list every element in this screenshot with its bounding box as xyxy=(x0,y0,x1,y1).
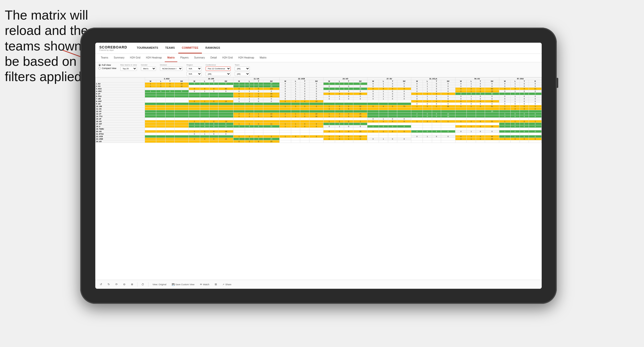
matrix-cell xyxy=(175,93,189,95)
undo-icon: ↺ xyxy=(100,283,102,286)
undo-btn[interactable]: ↺ xyxy=(98,282,104,287)
matrix-cell xyxy=(367,110,379,113)
matrix-cell: 40 xyxy=(485,93,499,95)
matrix-cell: 0 xyxy=(263,100,280,103)
matrix-cell xyxy=(209,108,218,110)
matrix-cell: 27 xyxy=(263,83,280,85)
matrix-cell: 0 xyxy=(476,83,485,85)
matrix-cell: 4 xyxy=(200,88,209,90)
subnav-summary[interactable]: Summary xyxy=(111,54,127,62)
matrix-cell: 0 xyxy=(165,90,175,93)
matrix-cell: 0 xyxy=(388,118,397,120)
matrix-content[interactable]: 3. ASU 10. UW 11. UA 22. UCB 24. UO 27. … xyxy=(95,77,542,280)
matrix-cell: 0 xyxy=(324,83,335,85)
region-select2[interactable]: N/A xyxy=(187,72,202,76)
matrix-cell xyxy=(455,110,467,113)
matrix-cell xyxy=(353,100,367,103)
region-select[interactable]: N/A xyxy=(187,67,202,71)
watch-btn[interactable]: 👁 Watch xyxy=(198,282,211,286)
max-teams-select[interactable]: Top 25 xyxy=(120,67,137,71)
matrix-cell xyxy=(367,123,379,125)
layout-btn[interactable]: ⊞ xyxy=(213,282,218,287)
matrix-cell xyxy=(200,103,209,105)
conference-select2[interactable]: (All) xyxy=(206,72,231,76)
team-select[interactable]: (All) xyxy=(235,67,250,71)
matrix-cell: 0 xyxy=(209,83,218,85)
share-btn[interactable]: ↗ Share xyxy=(221,282,233,286)
nav-tournaments[interactable]: TOURNAMENTS xyxy=(133,43,162,53)
matrix-cell: 1 xyxy=(324,135,335,138)
matrix-cell: 0 xyxy=(367,118,379,120)
matrix-cell: 0 xyxy=(335,123,344,125)
subnav-matrix[interactable]: Matrix xyxy=(165,54,177,62)
matrix-cell xyxy=(432,110,441,113)
nav-committee[interactable]: COMMITTEE xyxy=(178,43,202,53)
matrix-cell: 2 xyxy=(411,105,423,108)
matrix-cell xyxy=(156,115,166,118)
redo-btn[interactable]: ↻ xyxy=(106,282,111,287)
timer-btn[interactable]: ⏱ xyxy=(140,282,146,287)
col-header-ua: 11. UA xyxy=(233,78,279,80)
nav-teams[interactable]: TEAMS xyxy=(162,43,178,53)
subnav-matrix2[interactable]: Matrix xyxy=(257,54,269,62)
matrix-cell: 0 xyxy=(432,120,441,123)
matrix-cell: 1 xyxy=(499,138,511,140)
tablet-screen: SCOREBOARD Powered by clippd TOURNAMENTS… xyxy=(95,43,542,289)
matrix-cell xyxy=(218,108,233,110)
matrix-cell: 2 xyxy=(245,140,254,143)
matrix-cell xyxy=(165,110,175,113)
matrix-cell: 0 xyxy=(344,115,353,118)
matrix-cell xyxy=(499,118,511,120)
matrix-cell: 0 xyxy=(455,88,467,90)
subnav-h2h-heatmap2[interactable]: H2H Heatmap xyxy=(236,54,257,62)
refresh-icon: ⟳ xyxy=(115,283,118,286)
subnav-players[interactable]: Players xyxy=(178,54,191,62)
compact-view-radio[interactable]: Compact View xyxy=(98,67,116,70)
matrix-cell xyxy=(200,128,209,130)
matrix-cell: 0 xyxy=(388,95,397,98)
team-select2[interactable]: (All) xyxy=(235,72,250,76)
matrix-cell xyxy=(165,105,175,108)
matrix-cell xyxy=(175,125,189,128)
matrix-cell: 0 xyxy=(467,103,476,105)
subnav-h2h-grid2[interactable]: H2H Grid xyxy=(220,54,235,62)
zoom-in-btn[interactable]: ⊕ xyxy=(129,282,135,287)
gender-select[interactable]: Men's xyxy=(141,67,156,71)
matrix-cell xyxy=(218,93,233,95)
subnav-detail[interactable]: Detail xyxy=(208,54,219,62)
matrix-cell: 0 xyxy=(529,108,542,110)
matrix-cell: 1 xyxy=(280,115,291,118)
matrix-cell xyxy=(485,115,499,118)
matrix-cell xyxy=(156,118,166,120)
subnav-summary2[interactable]: Summary xyxy=(192,54,207,62)
matrix-cell xyxy=(324,110,335,113)
matrix-cell xyxy=(300,110,309,113)
refresh-btn[interactable]: ⟳ xyxy=(114,282,119,287)
matrix-cell xyxy=(397,140,411,143)
matrix-cell: 0 xyxy=(300,100,309,103)
radio-full-view xyxy=(98,64,101,66)
matrix-cell: 0 xyxy=(476,125,485,128)
subnav-teams[interactable]: Teams xyxy=(98,54,111,62)
matrix-cell xyxy=(156,138,166,140)
matrix-cell: 0 xyxy=(432,95,441,98)
matrix-cell: 0 xyxy=(209,138,218,140)
nav-rankings[interactable]: RANKINGS xyxy=(202,43,224,53)
matrix-cell xyxy=(200,118,209,120)
division-select[interactable]: NCAA Division I xyxy=(160,67,183,71)
view-original-btn[interactable]: View: Original xyxy=(151,282,168,286)
matrix-cell: 25 xyxy=(263,85,280,88)
matrix-cell: 0 xyxy=(324,130,335,133)
conference-select[interactable]: Pac-12 Conference xyxy=(206,67,231,71)
max-teams-label: Max teams in view xyxy=(120,64,137,66)
subnav-h2h-grid[interactable]: H2H Grid xyxy=(127,54,143,62)
subnav-h2h-heatmap[interactable]: H2H Heatmap xyxy=(143,54,164,62)
zoom-out-btn[interactable]: ⊖ xyxy=(122,282,127,287)
matrix-cell: 1 xyxy=(344,138,353,140)
full-view-radio[interactable]: Full View xyxy=(98,64,116,66)
matrix-cell: 0 xyxy=(254,83,263,85)
matrix-cell: 0 xyxy=(441,98,455,100)
save-custom-view-btn[interactable]: 💾 Save Custom View xyxy=(170,282,196,286)
matrix-cell: 0 xyxy=(165,83,175,85)
matrix-cell xyxy=(367,115,379,118)
